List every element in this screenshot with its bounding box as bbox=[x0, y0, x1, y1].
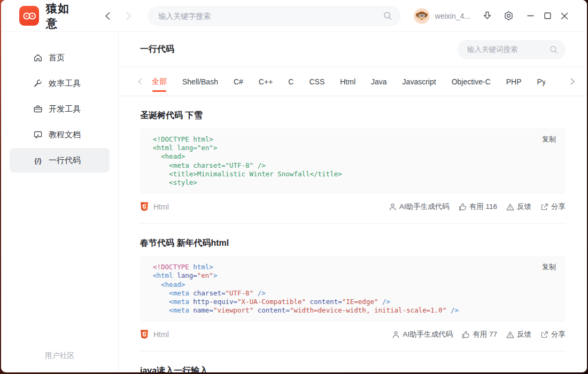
tab-php[interactable]: PHP bbox=[506, 67, 522, 96]
sidebar-item-2[interactable]: 开发工具 bbox=[10, 97, 110, 121]
code-block: <!DOCTYPE html><html lang="en"> <head> <… bbox=[140, 128, 566, 194]
tab-c[interactable]: C bbox=[288, 67, 293, 96]
feedback-button[interactable]: 反馈 bbox=[506, 202, 531, 212]
minimize-icon[interactable] bbox=[522, 7, 539, 25]
app-window: 猿如意 bbox=[1, 0, 587, 372]
tab-c-[interactable]: C# bbox=[234, 67, 243, 96]
tab-全部[interactable]: 全部 bbox=[152, 67, 167, 96]
language-tag: Html bbox=[140, 330, 169, 339]
ai-generated-badge: AI助手生成代码 bbox=[392, 330, 453, 339]
tab-java[interactable]: Java bbox=[371, 67, 387, 96]
snippet-footer: Html AI助手生成代码 有用 77 bbox=[140, 330, 566, 339]
language-tabs-bar: 全部Shell/BashC#C++CCSSHtmlJavaJavascriptO… bbox=[119, 67, 587, 96]
copy-button[interactable]: 复制 bbox=[542, 135, 556, 144]
tabs-scroll-right-icon[interactable] bbox=[568, 78, 577, 85]
close-icon[interactable] bbox=[556, 7, 573, 25]
useful-button[interactable]: 有用 77 bbox=[462, 330, 497, 339]
share-button[interactable]: 分享 bbox=[540, 330, 566, 339]
sidebar-item-4[interactable]: {/}一行代码 bbox=[10, 148, 110, 173]
sidebar-item-label: 一行代码 bbox=[49, 155, 81, 166]
download-icon[interactable] bbox=[478, 7, 496, 25]
share-button[interactable]: 分享 bbox=[540, 202, 566, 212]
maximize-icon[interactable] bbox=[539, 7, 556, 25]
feedback-button[interactable]: 反馈 bbox=[506, 330, 531, 339]
home-icon bbox=[33, 53, 43, 63]
keyword-search-input[interactable] bbox=[467, 45, 550, 53]
forward-icon[interactable] bbox=[124, 11, 134, 21]
sidebar-item-label: 效率工具 bbox=[49, 79, 81, 89]
sidebar: 首页效率工具开发工具教程文档{/}一行代码 用户社区 bbox=[1, 32, 119, 372]
tab-objective-c[interactable]: Objective-C bbox=[452, 67, 491, 96]
html5-icon bbox=[140, 330, 149, 339]
app-title: 猿如意 bbox=[46, 1, 77, 31]
tab-shell-bash[interactable]: Shell/Bash bbox=[182, 67, 218, 96]
code-icon: {/} bbox=[33, 155, 43, 165]
ai-generated-badge: AI助手生成代码 bbox=[389, 202, 450, 212]
snippet-title: java读入一行输入 bbox=[140, 365, 566, 372]
copy-button[interactable]: 复制 bbox=[542, 262, 556, 272]
tab-python[interactable]: Python bbox=[537, 67, 545, 96]
tab-css[interactable]: CSS bbox=[309, 67, 324, 96]
snippet-card: java读入一行输入 bbox=[140, 365, 566, 372]
global-search bbox=[148, 6, 401, 26]
code-block: <!DOCTYPE html><html lang="en"> <head> <… bbox=[140, 256, 566, 322]
wrench-icon bbox=[33, 79, 43, 88]
divider bbox=[140, 351, 566, 352]
tab-c-[interactable]: C++ bbox=[259, 67, 273, 96]
app-logo-icon bbox=[19, 6, 39, 26]
tab-javascript[interactable]: Javascript bbox=[403, 67, 436, 96]
sidebar-item-label: 首页 bbox=[49, 53, 65, 63]
username[interactable]: weixin_4... bbox=[435, 12, 470, 20]
search-icon[interactable] bbox=[383, 11, 392, 20]
sidebar-footer-community[interactable]: 用户社区 bbox=[1, 351, 118, 361]
snippet-card: 圣诞树代码 下雪 <!DOCTYPE html><html lang="en">… bbox=[140, 110, 566, 224]
html5-icon bbox=[140, 202, 149, 212]
global-search-input[interactable] bbox=[158, 12, 383, 20]
back-icon[interactable] bbox=[103, 11, 112, 21]
sidebar-item-label: 开发工具 bbox=[49, 104, 81, 114]
avatar[interactable] bbox=[414, 8, 430, 24]
sidebar-item-label: 教程文档 bbox=[49, 130, 81, 140]
main-panel: 一行代码 全部Shell/BashC#C++CCSSHtmlJavaJavasc… bbox=[119, 32, 587, 372]
settings-icon[interactable] bbox=[499, 7, 517, 25]
divider bbox=[140, 223, 566, 224]
search-icon[interactable] bbox=[550, 45, 558, 54]
snippet-footer: Html AI助手生成代码 有用 116 bbox=[140, 202, 566, 212]
sidebar-item-3[interactable]: 教程文档 bbox=[10, 122, 110, 147]
sidebar-item-0[interactable]: 首页 bbox=[10, 45, 110, 70]
toolbox-icon bbox=[33, 104, 43, 114]
language-label: Html bbox=[153, 202, 169, 211]
useful-button[interactable]: 有用 116 bbox=[459, 202, 497, 212]
keyword-search bbox=[458, 40, 566, 59]
tabs-scroll-left-icon[interactable] bbox=[135, 78, 144, 85]
snippet-list: 圣诞树代码 下雪 <!DOCTYPE html><html lang="en">… bbox=[119, 96, 587, 372]
language-tag: Html bbox=[140, 202, 169, 212]
page-title: 一行代码 bbox=[140, 44, 174, 55]
topbar: 猿如意 bbox=[1, 0, 587, 32]
tab-html[interactable]: Html bbox=[340, 67, 355, 96]
snippet-title: 圣诞树代码 下雪 bbox=[140, 110, 566, 121]
snippet-title: 春节代码 新年代码html bbox=[140, 238, 566, 249]
snippet-card: 春节代码 新年代码html <!DOCTYPE html><html lang=… bbox=[140, 238, 566, 352]
docs-icon bbox=[33, 130, 43, 139]
main-header: 一行代码 bbox=[119, 32, 587, 67]
language-label: Html bbox=[153, 330, 169, 339]
sidebar-item-1[interactable]: 效率工具 bbox=[10, 71, 110, 96]
